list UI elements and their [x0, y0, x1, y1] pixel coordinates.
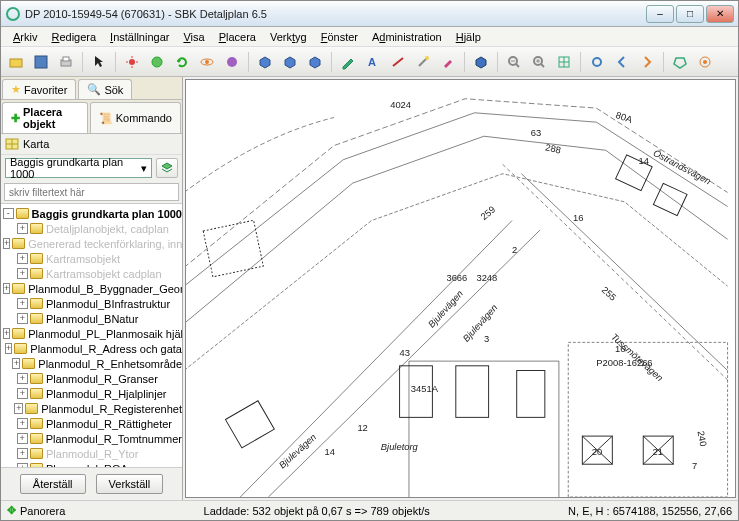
tool-brush-icon[interactable] — [437, 51, 459, 73]
menu-visa[interactable]: Visa — [177, 29, 210, 45]
tree-item[interactable]: +Planmodul_R_Rättigheter — [1, 416, 182, 431]
tool-globe-icon[interactable] — [146, 51, 168, 73]
kart-row: Karta — [1, 134, 182, 155]
tool-forward-icon[interactable] — [636, 51, 658, 73]
tool-cycle-icon[interactable] — [586, 51, 608, 73]
menu-fonster[interactable]: Fönster — [315, 29, 364, 45]
tool-text-icon[interactable]: A — [362, 51, 384, 73]
tree-item[interactable]: +Planmodul_R_Granser — [1, 371, 182, 386]
tool-wand-icon[interactable] — [412, 51, 434, 73]
tool-print-icon[interactable] — [55, 51, 77, 73]
tool-back-icon[interactable] — [611, 51, 633, 73]
tool-cube2-icon[interactable] — [279, 51, 301, 73]
tool-pointer-icon[interactable] — [88, 51, 110, 73]
tree-item[interactable]: +Planmodul_BNatur — [1, 311, 182, 326]
tree-toggle[interactable]: + — [17, 418, 28, 429]
tree-item[interactable]: +Planmodul_R_Enhetsområde — [1, 356, 182, 371]
folder-icon — [12, 328, 25, 339]
menu-administration[interactable]: Administration — [366, 29, 448, 45]
tree-item[interactable]: +Planmodul_BInfrastruktur — [1, 296, 182, 311]
maximize-button[interactable]: □ — [676, 5, 704, 23]
reset-button[interactable]: Återställ — [20, 474, 86, 494]
menu-hjalp[interactable]: Hjälp — [450, 29, 487, 45]
tree-item[interactable]: +Planmodul_R_Tomtnummer — [1, 431, 182, 446]
tool-cube3-icon[interactable] — [304, 51, 326, 73]
tool-save-icon[interactable] — [30, 51, 52, 73]
apply-button[interactable]: Verkställ — [96, 474, 164, 494]
tree-item[interactable]: +Planmodul_PL_Planmosaik hjälplinjer — [1, 326, 182, 341]
tree-item[interactable]: +Planmodul_B_Byggnader_Geometri — [1, 281, 182, 296]
tool-folder-icon[interactable] — [5, 51, 27, 73]
tool-pen-icon[interactable] — [337, 51, 359, 73]
tree-toggle[interactable]: + — [3, 238, 10, 249]
status-right: N, E, H : 6574188, 152556, 27,66 — [568, 505, 732, 517]
tool-shape-icon[interactable] — [669, 51, 691, 73]
tool-box-icon[interactable] — [470, 51, 492, 73]
tree-item[interactable]: +Kartramsobjekt cadplan — [1, 266, 182, 281]
tab-sok[interactable]: 🔍Sök — [78, 79, 132, 99]
tool-target-icon[interactable] — [694, 51, 716, 73]
tree-item[interactable]: -Baggis grundkarta plan 1000 — [1, 206, 182, 221]
tree-toggle[interactable]: + — [17, 448, 28, 459]
tree-item[interactable]: +Planmodul_R_Registerenhet — [1, 401, 182, 416]
label-63: 63 — [531, 128, 541, 138]
svg-point-8 — [205, 60, 209, 64]
tree-toggle[interactable]: + — [17, 388, 28, 399]
tree-item[interactable]: +Kartramsobjekt — [1, 251, 182, 266]
tool-explode-icon[interactable] — [121, 51, 143, 73]
tree-toggle[interactable]: - — [3, 208, 14, 219]
tree-item[interactable]: +Planmodul_R_Hjalplinjer — [1, 386, 182, 401]
tree-toggle[interactable]: + — [17, 373, 28, 384]
close-button[interactable]: ✕ — [706, 5, 734, 23]
tree-item[interactable]: +Planmodul_R_Adress och gata — [1, 341, 182, 356]
tree-toggle[interactable]: + — [12, 358, 20, 369]
tool-pan-icon[interactable] — [553, 51, 575, 73]
menu-installningar[interactable]: Inställningar — [104, 29, 175, 45]
tool-sphere-icon[interactable] — [221, 51, 243, 73]
tree-toggle[interactable]: + — [17, 223, 28, 234]
svg-point-0 — [7, 8, 19, 20]
tree-toggle[interactable]: + — [5, 343, 12, 354]
tool-measure-icon[interactable] — [387, 51, 409, 73]
tree-item[interactable]: +Detaljplanobjekt, cadplan — [1, 221, 182, 236]
tree-toggle[interactable]: + — [17, 433, 28, 444]
tab-kommando[interactable]: 📜Kommando — [90, 102, 181, 133]
folder-icon — [30, 223, 43, 234]
tree-toggle[interactable]: + — [3, 328, 10, 339]
tab-favoriter[interactable]: ★Favoriter — [2, 79, 76, 99]
tool-zoom-out-icon[interactable] — [503, 51, 525, 73]
tool-orbit-icon[interactable] — [196, 51, 218, 73]
tree-toggle[interactable]: + — [17, 298, 28, 309]
tree-toggle[interactable]: + — [14, 403, 23, 414]
menu-placera[interactable]: Placera — [213, 29, 262, 45]
tree-item[interactable]: +Genererad teckenförklaring, innehåll — [1, 236, 182, 251]
menu-verktyg[interactable]: Verktyg — [264, 29, 313, 45]
folder-icon — [30, 313, 43, 324]
map-canvas[interactable]: 4024 80A 288 63 14 Östrandsvägen 259 366… — [185, 79, 736, 498]
tree-toggle[interactable]: + — [17, 268, 28, 279]
tree-item[interactable]: +Planmodul_R_Ytor — [1, 446, 182, 461]
svg-point-6 — [152, 57, 162, 67]
tool-cube1-icon[interactable] — [254, 51, 276, 73]
svg-rect-21 — [456, 366, 489, 418]
status-left: ✥ Panorera — [7, 504, 65, 517]
tree-label: Kartramsobjekt cadplan — [46, 268, 162, 280]
filter-input[interactable] — [4, 183, 179, 201]
tree-label: Planmodul_PL_Planmosaik hjälplinjer — [28, 328, 182, 340]
menu-redigera[interactable]: Redigera — [45, 29, 102, 45]
folder-icon — [16, 208, 29, 219]
tab-placera-objekt[interactable]: ✚Placera objekt — [2, 102, 88, 133]
map-combo[interactable]: Baggis grundkarta plan 1000▾ — [5, 158, 152, 178]
menu-arkiv[interactable]: Arkiv — [7, 29, 43, 45]
minimize-button[interactable]: – — [646, 5, 674, 23]
layer-tree[interactable]: -Baggis grundkarta plan 1000+Detaljplano… — [1, 203, 182, 467]
sidebar: ★Favoriter 🔍Sök ✚Placera objekt 📜Kommand… — [1, 77, 183, 500]
tree-label: Planmodul_R_Ytor — [46, 448, 138, 460]
tool-refresh-icon[interactable] — [171, 51, 193, 73]
tool-zoom-in-icon[interactable] — [528, 51, 550, 73]
label-3248: 3248 — [476, 273, 497, 283]
tree-toggle[interactable]: + — [17, 253, 28, 264]
layers-button[interactable] — [156, 158, 178, 178]
tree-toggle[interactable]: + — [17, 313, 28, 324]
tree-toggle[interactable]: + — [3, 283, 10, 294]
